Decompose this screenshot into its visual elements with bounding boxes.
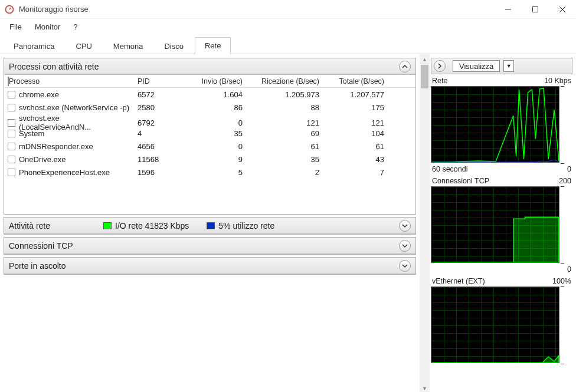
- chart-title: Rete: [432, 77, 447, 85]
- proc-pid: 4656: [138, 142, 185, 151]
- panel-ports: Porte in ascolto: [4, 257, 416, 275]
- table-row[interactable]: svchost.exe (NetworkService -p)258086881…: [4, 101, 415, 114]
- app-icon: [5, 5, 14, 14]
- row-checkbox[interactable]: [8, 169, 15, 176]
- table-row[interactable]: PhoneExperienceHost.exe1596527: [4, 166, 415, 179]
- collapse-icon[interactable]: [399, 61, 411, 73]
- chart-canvas: [431, 86, 559, 163]
- row-checkbox[interactable]: [8, 130, 15, 137]
- right-pane: Visualizza ▼ Rete 10 Kbps 60 seco: [430, 54, 576, 392]
- expand-icon[interactable]: [399, 240, 411, 252]
- proc-name: PhoneExperienceHost.exe: [19, 168, 110, 177]
- menu-monitor[interactable]: Monitor: [30, 21, 65, 32]
- proc-total: 104: [326, 129, 391, 138]
- proc-send: 9: [185, 155, 250, 164]
- proc-recv: 61: [250, 142, 326, 151]
- chart-title: vEthernet (EXT): [432, 277, 485, 285]
- process-table: Processo PID Invio (B/sec) Ricezione (B/…: [4, 75, 415, 214]
- proc-name: OneDrive.exe: [19, 155, 66, 164]
- panel-tcp-header[interactable]: Connessioni TCP: [4, 238, 415, 254]
- proc-total: 43: [326, 155, 391, 164]
- panel-tcp-title: Connessioni TCP: [9, 241, 73, 251]
- tab-strip: Panoramica CPU Memoria Disco Rete: [0, 34, 576, 54]
- chart-scale: 200: [559, 177, 571, 185]
- table-row[interactable]: chrome.exe65721.6041.205.9731.207.577: [4, 88, 415, 101]
- proc-total: 121: [326, 118, 391, 127]
- chart-vethernet: vEthernet (EXT) 100%: [431, 277, 572, 364]
- panel-activity-title: Attività rete: [9, 221, 50, 230]
- scroll-down-icon[interactable]: ▼: [420, 383, 430, 392]
- maximize-button[interactable]: [522, 0, 549, 19]
- proc-recv: 69: [250, 129, 326, 138]
- tab-memoria[interactable]: Memoria: [103, 38, 153, 54]
- proc-pid: 1596: [138, 168, 185, 177]
- row-checkbox[interactable]: [8, 119, 15, 127]
- table-row[interactable]: mDNSResponder.exe465606161: [4, 140, 415, 153]
- proc-total: 61: [326, 142, 391, 151]
- proc-name: chrome.exe: [19, 90, 59, 99]
- row-checkbox[interactable]: [8, 143, 15, 150]
- right-pane-header: Visualizza ▼: [431, 58, 572, 74]
- proc-total: 175: [326, 103, 391, 112]
- proc-name: mDNSResponder.exe: [19, 142, 93, 151]
- row-checkbox[interactable]: [8, 91, 15, 98]
- menu-file[interactable]: File: [5, 21, 27, 32]
- proc-recv: 121: [250, 118, 326, 127]
- proc-recv: 2: [250, 168, 326, 177]
- visualizza-button[interactable]: Visualizza: [453, 60, 500, 72]
- proc-send: 5: [185, 168, 250, 177]
- panel-processes-header[interactable]: Processi con attività rete: [4, 58, 415, 75]
- io-swatch-icon: [103, 222, 112, 229]
- visualizza-dropdown[interactable]: ▼: [503, 60, 514, 72]
- proc-send: 0: [185, 142, 250, 151]
- col-totale[interactable]: ⌄Totale (B/sec): [326, 77, 391, 85]
- proc-total: 1.207.577: [326, 90, 391, 99]
- proc-pid: 6572: [138, 90, 185, 99]
- close-button[interactable]: [549, 0, 576, 19]
- proc-pid: 11568: [138, 155, 185, 164]
- chart-foot-right: 0: [567, 165, 571, 173]
- chart-foot-left: 60 secondi: [432, 165, 467, 173]
- expand-icon[interactable]: [399, 260, 411, 272]
- col-ricezione[interactable]: Ricezione (B/sec): [250, 77, 326, 85]
- menu-bar: File Monitor ?: [0, 19, 576, 34]
- menu-help[interactable]: ?: [68, 21, 82, 32]
- panel-ports-title: Porte in ascolto: [9, 261, 66, 271]
- table-row[interactable]: svchost.exe (LocalServiceAndN...67920121…: [4, 114, 415, 127]
- tab-disco[interactable]: Disco: [154, 38, 194, 54]
- table-header: Processo PID Invio (B/sec) Ricezione (B/…: [4, 75, 415, 88]
- expand-icon[interactable]: [399, 220, 411, 232]
- proc-send: 1.604: [185, 90, 250, 99]
- col-processo[interactable]: Processo: [8, 77, 138, 85]
- tab-panoramica[interactable]: Panoramica: [4, 38, 64, 54]
- scroll-thumb[interactable]: [421, 65, 428, 88]
- scroll-up-icon[interactable]: ▲: [420, 54, 430, 64]
- chart-rete: Rete 10 Kbps 60 secondi 0: [431, 77, 572, 173]
- collapse-right-button[interactable]: [434, 60, 446, 72]
- panel-activity-header[interactable]: Attività rete I/O rete 41823 Kbps 5% uti…: [4, 218, 415, 234]
- proc-total: 7: [326, 168, 391, 177]
- col-invio[interactable]: Invio (B/sec): [185, 77, 250, 85]
- row-checkbox[interactable]: [8, 104, 15, 111]
- chart-tcp: Connessioni TCP 200 0: [431, 177, 572, 274]
- proc-pid: 2580: [138, 103, 185, 112]
- proc-recv: 1.205.973: [250, 90, 326, 99]
- io-metric-label: I/O rete 41823 Kbps: [115, 221, 189, 230]
- minimize-button[interactable]: [495, 0, 522, 19]
- chart-title: Connessioni TCP: [432, 177, 489, 185]
- vertical-scrollbar[interactable]: ▲ ▼: [420, 54, 430, 392]
- tab-cpu[interactable]: CPU: [66, 38, 102, 54]
- proc-recv: 88: [250, 103, 326, 112]
- title-bar: Monitoraggio risorse: [0, 0, 576, 19]
- col-pid[interactable]: PID: [138, 77, 185, 85]
- proc-name: svchost.exe (NetworkService -p): [19, 103, 129, 112]
- proc-send: 0: [185, 118, 250, 127]
- table-row[interactable]: OneDrive.exe1156893543: [4, 153, 415, 166]
- row-checkbox[interactable]: [8, 156, 15, 163]
- tab-rete[interactable]: Rete: [195, 37, 231, 54]
- table-row[interactable]: System43569104: [4, 127, 415, 140]
- window-title: Monitoraggio risorse: [19, 5, 495, 14]
- svg-line-1: [9, 8, 11, 9]
- panel-ports-header[interactable]: Porte in ascolto: [4, 258, 415, 274]
- panel-processes: Processi con attività rete Processo PID …: [4, 58, 416, 215]
